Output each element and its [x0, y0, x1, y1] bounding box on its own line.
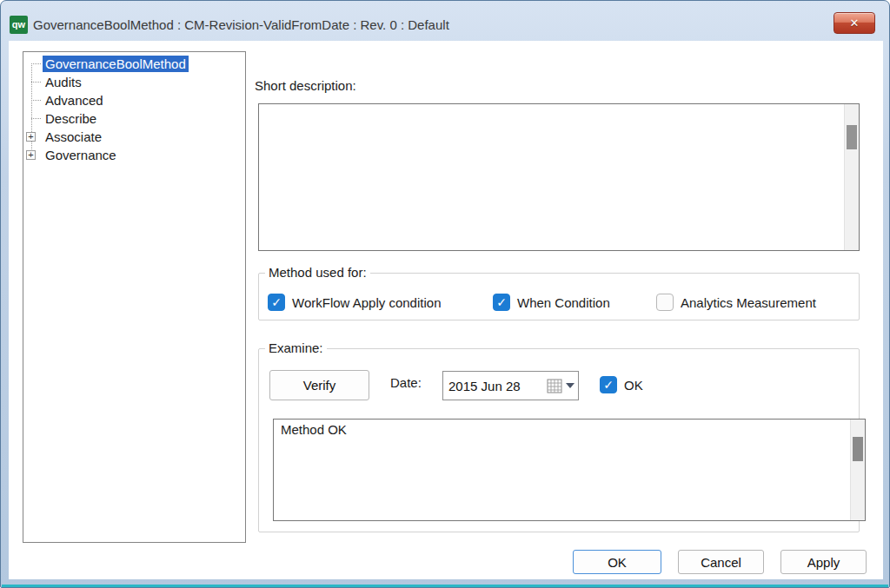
date-input[interactable] [442, 371, 579, 400]
navigation-tree: GovernanceBoolMethod Audits Advanced Des… [23, 51, 246, 543]
window-bottom-edge [2, 585, 888, 587]
checkbox-when-condition[interactable]: ✓ When Condition [493, 294, 610, 311]
scrollbar-thumb[interactable] [853, 437, 863, 461]
window-title: GovernanceBoolMethod : CM-Revision-Valid… [33, 17, 449, 32]
date-dropdown-button[interactable] [536, 372, 575, 400]
checkbox-icon[interactable]: ✓ [493, 294, 510, 311]
examine-group: Examine: Verify Date: [258, 348, 860, 532]
scrollbar-thumb[interactable] [847, 125, 857, 149]
close-button[interactable]: ✕ [834, 12, 875, 34]
tree-stub [31, 100, 41, 101]
tree-item-governance[interactable]: + Governance [23, 146, 245, 164]
method-used-for-label: Method used for: [265, 265, 370, 280]
checkbox-ok[interactable]: ✓ OK [600, 376, 643, 393]
examine-result-textarea[interactable]: Method OK [273, 419, 866, 521]
tree-item-label[interactable]: Governance [43, 147, 119, 163]
checkbox-icon[interactable]: ✓ [268, 294, 285, 311]
expand-icon[interactable]: + [26, 132, 36, 142]
checkbox-workflow-apply-condition[interactable]: ✓ WorkFlow Apply condition [268, 294, 441, 311]
date-label: Date: [390, 375, 422, 390]
tree-stub [31, 82, 41, 83]
app-icon: qw [10, 16, 28, 34]
tree-item-label[interactable]: Audits [43, 74, 84, 90]
checkmark-icon: ✓ [603, 378, 614, 392]
tree-item-associate[interactable]: + Associate [23, 128, 245, 146]
apply-button[interactable]: Apply [780, 550, 867, 574]
checkmark-icon: ✓ [496, 295, 507, 309]
dialog-content: GovernanceBoolMethod Audits Advanced Des… [9, 41, 883, 579]
examine-label: Examine: [265, 340, 327, 355]
short-description-label: Short description: [255, 78, 356, 93]
date-field[interactable] [448, 372, 535, 400]
examine-result-text: Method OK [274, 420, 865, 439]
tree-item-governanceboolmethod[interactable]: GovernanceBoolMethod [23, 55, 245, 73]
checkbox-label: WorkFlow Apply condition [292, 295, 441, 310]
calendar-icon [547, 379, 562, 393]
tree-item-label[interactable]: GovernanceBoolMethod [43, 56, 189, 72]
tree-stub [31, 63, 41, 64]
tree-item-audits[interactable]: Audits [23, 73, 245, 91]
tree-item-describe[interactable]: Describe [23, 109, 245, 128]
close-icon: ✕ [850, 17, 860, 30]
checkbox-analytics-measurement[interactable]: ✓ Analytics Measurement [656, 294, 816, 311]
checkbox-label: OK [624, 378, 643, 393]
tree-stub [31, 118, 41, 119]
dropdown-arrow-icon [566, 383, 575, 388]
tree-item-label[interactable]: Associate [43, 129, 104, 145]
scrollbar[interactable] [844, 104, 859, 250]
checkbox-label: Analytics Measurement [681, 295, 816, 310]
checkbox-icon[interactable]: ✓ [656, 294, 674, 311]
title-bar[interactable]: qw GovernanceBoolMethod : CM-Revision-Va… [2, 2, 888, 41]
cancel-button[interactable]: Cancel [678, 550, 764, 574]
tree-item-label[interactable]: Advanced [43, 92, 106, 109]
tree-item-advanced[interactable]: Advanced [23, 91, 245, 109]
checkbox-icon[interactable]: ✓ [600, 376, 617, 393]
short-description-text [259, 104, 859, 109]
ok-button[interactable]: OK [573, 550, 661, 574]
expand-icon[interactable]: + [26, 150, 36, 160]
scrollbar[interactable] [850, 420, 865, 520]
dialog-window: qw GovernanceBoolMethod : CM-Revision-Va… [0, 0, 890, 588]
checkmark-icon: ✓ [271, 295, 282, 309]
short-description-textarea[interactable] [258, 103, 860, 251]
checkbox-label: When Condition [517, 295, 610, 310]
verify-button[interactable]: Verify [269, 370, 369, 400]
tree-item-label[interactable]: Describe [43, 110, 99, 127]
